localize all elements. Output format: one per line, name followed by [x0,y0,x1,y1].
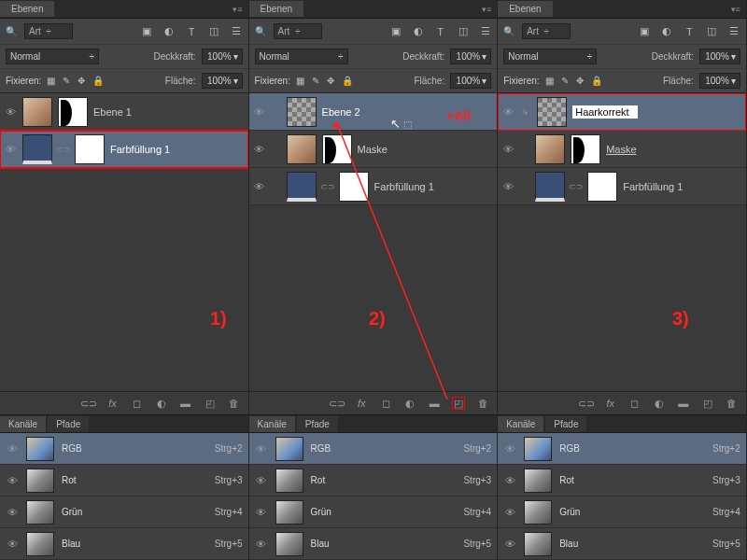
channel-row[interactable]: 👁GrünStrg+4 [249,497,498,528]
filter-adjust-icon[interactable]: ◐ [412,25,424,37]
visibility-icon[interactable]: 👁 [501,143,514,156]
layer-row[interactable]: 👁⊂⊃Farbfüllung 1 [249,168,498,205]
add-mask-icon[interactable]: ◻ [379,397,392,410]
lock-transparent-icon[interactable]: ▦ [296,76,304,86]
lock-paint-icon[interactable]: ✎ [63,76,70,86]
layer-group-icon[interactable]: ▬ [428,397,441,410]
channel-thumbnail[interactable] [275,437,303,461]
layer-fx-icon[interactable]: fx [106,397,120,410]
channel-thumbnail[interactable] [275,500,303,525]
tab-paths[interactable]: Pfade [48,416,89,432]
opacity-input[interactable]: 100% ▾ [699,49,740,64]
channel-row[interactable]: 👁RGBStrg+2 [498,433,746,465]
layer-group-icon[interactable]: ▬ [677,397,690,410]
layer-mask-thumbnail[interactable] [587,172,617,202]
layer-row[interactable]: 👁⊂⊃Farbfüllung 1 [498,168,746,205]
layer-name[interactable]: Farbfüllung 1 [623,181,683,192]
visibility-icon[interactable]: 👁 [501,180,514,193]
layer-group-icon[interactable]: ▬ [179,397,192,410]
visibility-icon[interactable]: 👁 [503,442,516,455]
lock-paint-icon[interactable]: ✎ [312,76,319,86]
panel-menu-icon[interactable]: ▾≡ [482,5,491,14]
channel-thumbnail[interactable] [26,469,54,493]
new-layer-icon[interactable]: ◰ [204,397,217,410]
fill-input[interactable]: 100% ▾ [699,73,740,89]
filter-type-icon[interactable]: T [186,25,198,37]
visibility-icon[interactable]: 👁 [503,506,516,519]
channel-row[interactable]: 👁BlauStrg+5 [0,528,248,560]
channel-thumbnail[interactable] [275,532,303,556]
link-layers-icon[interactable]: ⊂⊃ [82,397,95,410]
filter-pixel-icon[interactable]: ▣ [141,25,153,37]
visibility-icon[interactable]: 👁 [6,506,19,519]
channel-row[interactable]: 👁BlauStrg+5 [498,528,746,560]
add-mask-icon[interactable]: ◻ [628,397,641,410]
visibility-icon[interactable]: 👁 [503,474,516,487]
filter-type-icon[interactable]: T [684,25,696,37]
lock-all-icon[interactable]: 🔒 [342,76,353,86]
visibility-icon[interactable]: 👁 [255,538,268,551]
lock-all-icon[interactable]: 🔒 [92,76,104,86]
tab-layers[interactable]: Ebenen [249,1,303,17]
channel-thumbnail[interactable] [26,532,54,556]
layer-thumbnail[interactable] [22,97,52,127]
filter-shape-icon[interactable]: ◫ [208,25,220,37]
fill-input[interactable]: 100% ▾ [450,73,491,89]
new-layer-icon[interactable]: ◰ [701,397,714,410]
layer-row[interactable]: 👁Maske [498,131,746,168]
filter-type-icon[interactable]: T [434,25,446,37]
layer-name[interactable]: Maske [606,144,636,155]
lock-move-icon[interactable]: ✥ [576,76,584,86]
tab-paths[interactable]: Pfade [297,416,338,432]
visibility-icon[interactable]: 👁 [255,506,268,519]
layer-row[interactable]: 👁Ebene 1 [0,93,248,131]
channel-thumbnail[interactable] [524,437,552,461]
layer-name-input[interactable] [572,105,638,119]
link-layers-icon[interactable]: ⊂⊃ [331,397,344,410]
link-layers-icon[interactable]: ⊂⊃ [580,397,593,410]
filter-adjust-icon[interactable]: ◐ [661,25,673,37]
visibility-icon[interactable]: 👁 [6,442,19,455]
lock-move-icon[interactable]: ✥ [78,76,85,86]
layer-mask-thumbnail[interactable] [58,97,88,127]
channel-row[interactable]: 👁RotStrg+3 [0,465,248,497]
channel-thumbnail[interactable] [26,437,54,461]
panel-menu-icon[interactable]: ▾≡ [731,5,740,14]
panel-menu-icon[interactable]: ▾≡ [233,5,242,14]
layer-thumbnail[interactable] [287,97,317,127]
layer-name[interactable]: Ebene 2 [322,106,360,118]
tab-channels[interactable]: Kanäle [0,416,46,432]
blend-mode-select[interactable]: Normal÷ [6,49,99,64]
channel-row[interactable]: 👁RotStrg+3 [249,465,498,497]
visibility-icon[interactable]: 👁 [255,474,268,487]
layer-mask-thumbnail[interactable] [322,134,352,164]
layer-fx-icon[interactable]: fx [604,397,617,410]
layer-name[interactable]: Maske [358,144,388,155]
lock-all-icon[interactable]: 🔒 [591,76,602,86]
channel-row[interactable]: 👁GrünStrg+4 [0,497,248,528]
delete-layer-icon[interactable]: 🗑 [228,397,241,410]
adjustment-layer-icon[interactable]: ◐ [653,397,666,410]
visibility-icon[interactable]: 👁 [4,143,17,156]
lock-transparent-icon[interactable]: ▦ [47,76,55,86]
lock-transparent-icon[interactable]: ▦ [545,76,554,86]
filter-type-select[interactable]: Art ÷ [274,23,322,39]
link-icon[interactable]: ⊂⊃ [571,181,582,192]
tab-layers[interactable]: Ebenen [498,1,552,17]
delete-layer-icon[interactable]: 🗑 [726,397,739,410]
visibility-icon[interactable]: 👁 [253,105,266,119]
filter-type-select[interactable]: Art ÷ [522,23,571,39]
filter-shape-icon[interactable]: ◫ [706,25,718,37]
layer-mask-thumbnail[interactable] [75,134,105,164]
delete-layer-icon[interactable]: 🗑 [476,397,489,410]
channel-thumbnail[interactable] [275,469,303,493]
opacity-input[interactable]: 100% ▾ [202,49,243,64]
lock-paint-icon[interactable]: ✎ [561,76,569,86]
blend-mode-select[interactable]: Normal÷ [255,49,348,64]
filter-adjust-icon[interactable]: ◐ [163,25,176,37]
channel-row[interactable]: 👁RGBStrg+2 [249,433,498,465]
layer-thumbnail[interactable] [287,134,317,164]
filter-shape-icon[interactable]: ◫ [457,25,469,37]
blend-mode-select[interactable]: Normal÷ [503,49,597,64]
channel-row[interactable]: 👁RotStrg+3 [498,465,746,497]
